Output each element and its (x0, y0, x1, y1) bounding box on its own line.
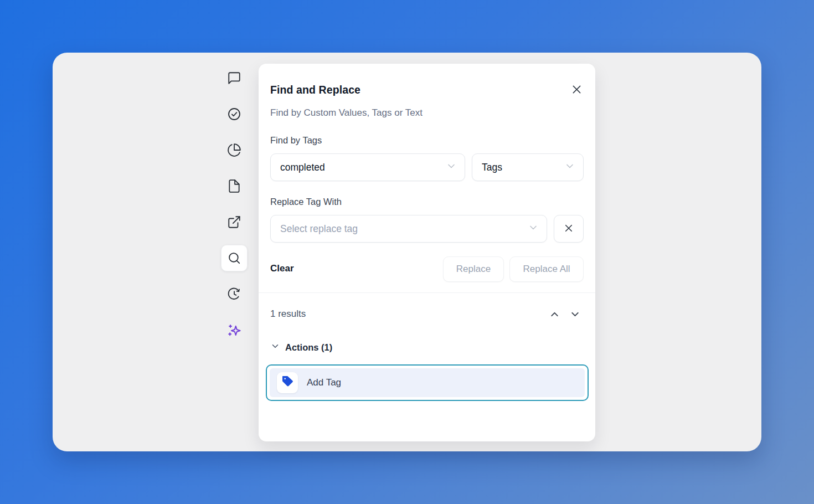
replace-tag-label: Replace Tag With (270, 195, 342, 208)
pie-chart-icon (227, 143, 241, 157)
find-tag-select[interactable]: completed (270, 153, 465, 181)
find-tag-select-value: completed (280, 162, 446, 173)
find-and-replace-panel: Find and Replace Find by Custom Values, … (259, 64, 595, 441)
sidebar-item-search[interactable] (221, 245, 248, 271)
results-summary: 1 results (270, 306, 306, 322)
replace-button[interactable]: Replace (443, 256, 504, 282)
search-result-add-tag[interactable]: Add Tag (266, 364, 589, 401)
sidebar-icon-rail (221, 65, 248, 343)
desktop-background: { "panel": { "title": "Find and Replace"… (0, 0, 814, 504)
external-link-icon (227, 215, 241, 229)
tag-icon (281, 376, 293, 390)
page-title: Find and Replace (270, 82, 360, 97)
sidebar-item-documents[interactable] (221, 173, 248, 199)
replace-tag-select-placeholder: Select replace tag (280, 223, 528, 235)
sidebar-item-history[interactable] (221, 281, 248, 307)
panel-subtitle: Find by Custom Values, Tags or Text (270, 106, 423, 120)
actions-group-label: Actions (1) (285, 340, 332, 354)
find-type-select[interactable]: Tags (472, 153, 584, 181)
previous-result-button[interactable] (547, 308, 561, 322)
check-circle-icon (227, 107, 241, 121)
sidebar-item-tasks[interactable] (221, 101, 248, 127)
chat-bubble-icon (227, 71, 241, 85)
file-icon (227, 179, 241, 193)
chevron-down-icon (564, 161, 575, 174)
sidebar-item-external-link[interactable] (221, 209, 248, 235)
x-icon (571, 84, 583, 97)
search-icon (227, 251, 241, 265)
actions-group-toggle[interactable]: Actions (1) (270, 340, 332, 354)
chevron-up-icon (549, 308, 560, 322)
chevron-down-icon (270, 341, 280, 353)
result-item-inner: Add Tag (270, 368, 585, 397)
result-icon-chip (277, 372, 298, 393)
sparkles-icon (227, 323, 242, 338)
clear-replace-tag-button[interactable] (554, 215, 584, 243)
chevron-down-icon (528, 222, 539, 235)
replace-all-button[interactable]: Replace All (509, 256, 584, 282)
sidebar-item-ai-assistant[interactable] (221, 317, 248, 343)
close-button[interactable] (568, 81, 585, 99)
result-item-label: Add Tag (307, 377, 341, 388)
sidebar-item-conversations[interactable] (221, 65, 248, 91)
chevron-down-icon (569, 308, 581, 322)
clock-history-icon (227, 287, 241, 301)
x-icon (564, 223, 574, 235)
sidebar-item-stats[interactable] (221, 137, 248, 163)
next-result-button[interactable] (568, 308, 582, 322)
clear-link[interactable]: Clear (270, 261, 294, 276)
find-by-tags-label: Find by Tags (270, 133, 322, 147)
section-divider (259, 292, 595, 293)
replace-tag-select[interactable]: Select replace tag (270, 215, 547, 243)
chevron-down-icon (446, 161, 457, 174)
find-type-select-value: Tags (482, 162, 564, 173)
workspace-card: Find and Replace Find by Custom Values, … (53, 53, 761, 451)
